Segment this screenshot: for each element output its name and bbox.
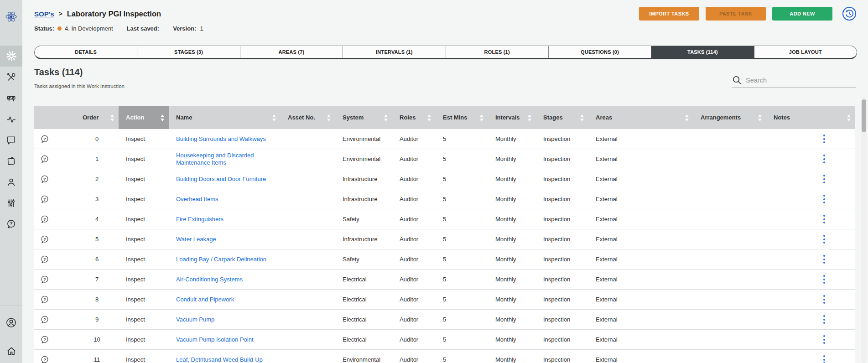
- status-value: 4. In Development: [65, 25, 113, 32]
- column-header[interactable]: Order: [75, 106, 119, 129]
- tab-stages-3[interactable]: STAGES (3): [137, 46, 240, 58]
- sort-arrows-icon[interactable]: [272, 114, 276, 121]
- sort-arrows-icon[interactable]: [758, 114, 762, 121]
- row-menu-kebab-icon[interactable]: [821, 333, 827, 346]
- task-name-link[interactable]: Fire Extinguishers: [176, 216, 223, 223]
- sidebar-item-activity[interactable]: [0, 109, 22, 130]
- row-menu-kebab-icon[interactable]: [821, 213, 827, 225]
- help-bubble-icon[interactable]: ?: [40, 195, 49, 204]
- help-bubble-icon[interactable]: ?: [40, 155, 49, 164]
- row-menu-kebab-icon[interactable]: [821, 193, 827, 205]
- breadcrumb-sops-link[interactable]: SOP's: [34, 10, 54, 18]
- sidebar-item-user[interactable]: [0, 171, 22, 192]
- sidebar-item-note[interactable]: [0, 150, 22, 171]
- sort-arrows-icon[interactable]: [685, 114, 689, 121]
- row-menu-kebab-icon[interactable]: [821, 253, 827, 265]
- sort-arrows-icon[interactable]: [161, 114, 164, 121]
- sidebar-nav: ?: [0, 46, 22, 234]
- help-bubble-icon[interactable]: ?: [40, 175, 49, 184]
- column-header[interactable]: Roles: [392, 106, 436, 129]
- home-icon[interactable]: [6, 346, 17, 357]
- column-header[interactable]: Arrangements: [693, 106, 766, 129]
- task-name-link[interactable]: Vacuum Pump Isolation Point: [176, 336, 254, 343]
- sort-arrows-icon[interactable]: [384, 114, 388, 121]
- sidebar-item-tools[interactable]: [0, 67, 22, 88]
- row-menu-kebab-icon[interactable]: [821, 153, 827, 165]
- row-menu-kebab-icon[interactable]: [821, 173, 827, 185]
- column-header[interactable]: Intervals: [488, 106, 536, 129]
- task-name-link[interactable]: Building Doors and Door Furniture: [176, 176, 266, 183]
- tab-questions-0[interactable]: QUESTIONS (0): [549, 46, 651, 58]
- task-name-link[interactable]: Building Surrounds and Walkways: [176, 135, 266, 143]
- column-header[interactable]: Areas: [588, 106, 693, 129]
- tab-job-layout[interactable]: JOB LAYOUT: [754, 46, 857, 58]
- task-areas: External: [588, 149, 693, 169]
- task-name-link[interactable]: Conduit and Pipework: [176, 296, 234, 303]
- sort-arrows-icon[interactable]: [847, 114, 851, 121]
- help-bubble-icon[interactable]: ?: [40, 315, 49, 324]
- tab-tasks-114[interactable]: TASKS (114): [651, 46, 754, 58]
- column-header[interactable]: Stages: [536, 106, 588, 129]
- vertical-scrollbar[interactable]: [861, 97, 867, 363]
- sort-arrows-icon[interactable]: [327, 114, 331, 121]
- tab-details[interactable]: DETAILS: [35, 46, 137, 58]
- column-header[interactable]: Name: [169, 106, 281, 129]
- row-menu-kebab-icon[interactable]: [821, 293, 827, 306]
- column-header[interactable]: Asset No.: [281, 106, 335, 129]
- sort-arrows-icon[interactable]: [110, 114, 114, 121]
- help-bubble-icon[interactable]: ?: [40, 335, 49, 344]
- add-new-button[interactable]: ADD NEW: [772, 7, 832, 21]
- column-header[interactable]: Action: [119, 106, 169, 129]
- task-name-link[interactable]: Leaf, Detritusand Weed Build-Up: [176, 356, 263, 363]
- import-tasks-button[interactable]: IMPORT TASKS: [639, 7, 699, 21]
- help-bubble-icon[interactable]: ?: [40, 135, 49, 144]
- sidebar-item-help[interactable]: ?: [0, 213, 22, 234]
- tab-areas-7[interactable]: AREAS (7): [240, 46, 343, 58]
- table-row: ? 0 Inspect Building Surrounds and Walkw…: [34, 129, 855, 149]
- task-stages: Inspection: [536, 330, 588, 349]
- column-header[interactable]: [34, 106, 75, 129]
- row-menu-kebab-icon[interactable]: [821, 233, 827, 245]
- task-name-link[interactable]: Water Leakage: [176, 236, 216, 243]
- help-bubble-icon[interactable]: ?: [40, 255, 49, 264]
- help-bubble-icon[interactable]: ?: [40, 215, 49, 224]
- column-header[interactable]: Est Mins: [436, 106, 488, 129]
- sidebar-item-barrier[interactable]: [0, 88, 22, 109]
- help-bubble-icon[interactable]: ?: [40, 275, 49, 284]
- help-bubble-icon[interactable]: ?: [40, 295, 49, 304]
- row-menu-kebab-icon[interactable]: [821, 313, 827, 326]
- task-name-link[interactable]: Vacuum Pump: [176, 316, 214, 323]
- svg-text:?: ?: [43, 277, 46, 281]
- last-saved-label: Last saved:: [127, 25, 160, 32]
- task-name-link[interactable]: Loading Bay / Carpark Delineation: [176, 256, 266, 263]
- task-name-link[interactable]: Housekeeping and Discarded Maintenance I…: [176, 152, 281, 166]
- scrollbar-thumb[interactable]: [862, 99, 866, 132]
- column-header[interactable]: System: [335, 106, 392, 129]
- sidebar-item-chat[interactable]: [0, 130, 22, 150]
- row-menu-kebab-icon[interactable]: [821, 133, 827, 145]
- task-asset-no: [281, 290, 335, 309]
- tab-intervals-1[interactable]: INTERVALS (1): [343, 46, 446, 58]
- task-name-link[interactable]: Overhead Items: [176, 196, 218, 203]
- sidebar-item-sliders[interactable]: [0, 192, 22, 213]
- column-header[interactable]: Notes: [766, 106, 855, 129]
- help-bubble-icon[interactable]: ?: [40, 355, 49, 363]
- sort-arrows-icon[interactable]: [480, 114, 483, 121]
- task-areas: External: [588, 270, 693, 289]
- sort-arrows-icon[interactable]: [427, 114, 431, 121]
- task-name-link[interactable]: Air-Conditioning Systems: [176, 276, 243, 283]
- task-stages: Inspection: [536, 310, 588, 329]
- table-row: ? 10 Inspect Vacuum Pump Isolation Point…: [34, 330, 855, 350]
- history-icon[interactable]: [842, 6, 857, 21]
- search-input[interactable]: [746, 77, 856, 84]
- task-asset-no: [281, 270, 335, 289]
- help-bubble-icon[interactable]: ?: [40, 235, 49, 244]
- sort-arrows-icon[interactable]: [528, 114, 531, 121]
- sidebar-item-gear[interactable]: [0, 46, 22, 67]
- row-menu-kebab-icon[interactable]: [821, 273, 827, 285]
- paste-task-button[interactable]: PASTE TASK: [706, 7, 766, 21]
- row-menu-kebab-icon[interactable]: [821, 353, 827, 363]
- sort-arrows-icon[interactable]: [580, 114, 584, 121]
- tab-roles-1[interactable]: ROLES (1): [446, 46, 549, 58]
- account-icon[interactable]: [5, 317, 17, 328]
